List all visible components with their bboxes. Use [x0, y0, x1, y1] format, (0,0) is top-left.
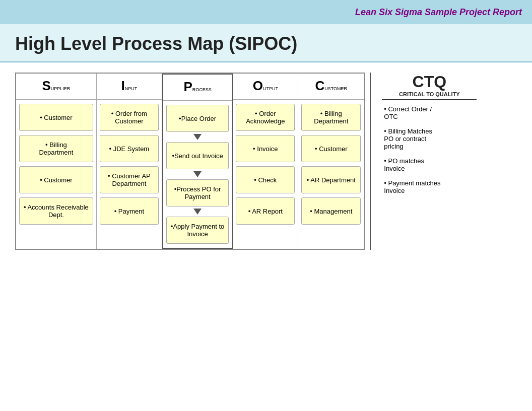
process-cell-3: •Process PO forPayment [166, 179, 229, 207]
output-cell-4: • AR Report [236, 197, 295, 225]
ctq-item-2: • Billing MatchesPO or contractpricing [382, 127, 477, 150]
process-cells: •Place Order •Send out Invoice •Process … [163, 101, 232, 248]
ctq-item-1: • Correct Order /OTC [382, 105, 477, 120]
supplier-header-text: Supplier [42, 78, 71, 94]
supplier-cell-1: • Customer [19, 104, 93, 131]
customer-cell-3: • AR Department [301, 166, 361, 193]
output-column: Output • OrderAcknowledge • Invoice • Ch… [233, 74, 298, 249]
output-cell-1: • OrderAcknowledge [236, 104, 295, 131]
input-header: Input [97, 74, 162, 100]
header-bar: Lean Six Sigma Sample Project Report [0, 0, 532, 24]
page-title-section: High Level Process Map (SIPOC) [0, 24, 532, 62]
arrow-1 [193, 134, 202, 140]
supplier-cell-2: • BillingDepartment [19, 135, 93, 162]
main-content: Supplier • Customer • BillingDepartment … [0, 62, 532, 260]
process-cell-4: •Apply Payment toInvoice [166, 217, 229, 244]
input-cell-1: • Order fromCustomer [100, 104, 159, 131]
input-column: Input • Order fromCustomer • JDE System … [97, 74, 162, 249]
page-title: High Level Process Map (SIPOC) [15, 33, 517, 54]
process-header: Process [163, 75, 232, 101]
arrow-3 [193, 209, 202, 215]
output-cells: • OrderAcknowledge • Invoice • Check • A… [233, 100, 298, 249]
output-cell-3: • Check [236, 166, 295, 193]
input-cell-3: • Customer APDepartment [100, 166, 159, 193]
sipoc-outer: Supplier • Customer • BillingDepartment … [15, 73, 477, 250]
customer-cell-4: • Management [301, 197, 361, 225]
header-title: Lean Six Sigma Sample Project Report [355, 7, 522, 18]
process-column: Process •Place Order •Send out Invoice •… [162, 74, 233, 249]
customer-cell-2: • Customer [301, 135, 361, 162]
ctq-item-4: • Payment matchesInvoice [382, 179, 477, 194]
customer-cells: • BillingDepartment • Customer • AR Depa… [298, 100, 364, 249]
customer-header-text: Customer [315, 78, 347, 94]
supplier-cell-4: • Accounts ReceivableDept. [19, 197, 93, 225]
customer-cell-1: • BillingDepartment [301, 104, 361, 131]
output-cell-2: • Invoice [236, 135, 295, 162]
output-header: Output [233, 74, 298, 100]
input-cells: • Order fromCustomer • JDE System • Cust… [97, 100, 162, 249]
customer-column: Customer • BillingDepartment • Customer … [298, 74, 364, 249]
input-cell-2: • JDE System [100, 135, 159, 162]
ctq-section: CTQ CRITICAL TO QUALITY • Correct Order … [376, 73, 477, 201]
process-cell-1: •Place Order [166, 105, 229, 132]
customer-header: Customer [298, 74, 364, 100]
supplier-cell-3: • Customer [19, 166, 93, 193]
ctq-title: CTQ [382, 73, 477, 91]
arrow-2 [193, 171, 202, 177]
supplier-column: Supplier • Customer • BillingDepartment … [16, 74, 97, 249]
output-header-text: Output [253, 78, 278, 94]
input-cell-4: • Payment [100, 197, 159, 225]
ctq-subtitle: CRITICAL TO QUALITY [382, 91, 477, 100]
vertical-divider [370, 73, 371, 250]
supplier-header: Supplier [16, 74, 96, 100]
process-cell-2: •Send out Invoice [166, 142, 229, 169]
sipoc-table: Supplier • Customer • BillingDepartment … [15, 73, 365, 250]
input-header-text: Input [121, 78, 137, 94]
ctq-item-3: • PO matchesInvoice [382, 157, 477, 172]
supplier-cells: • Customer • BillingDepartment • Custome… [16, 100, 96, 249]
process-header-text: Process [183, 79, 211, 95]
